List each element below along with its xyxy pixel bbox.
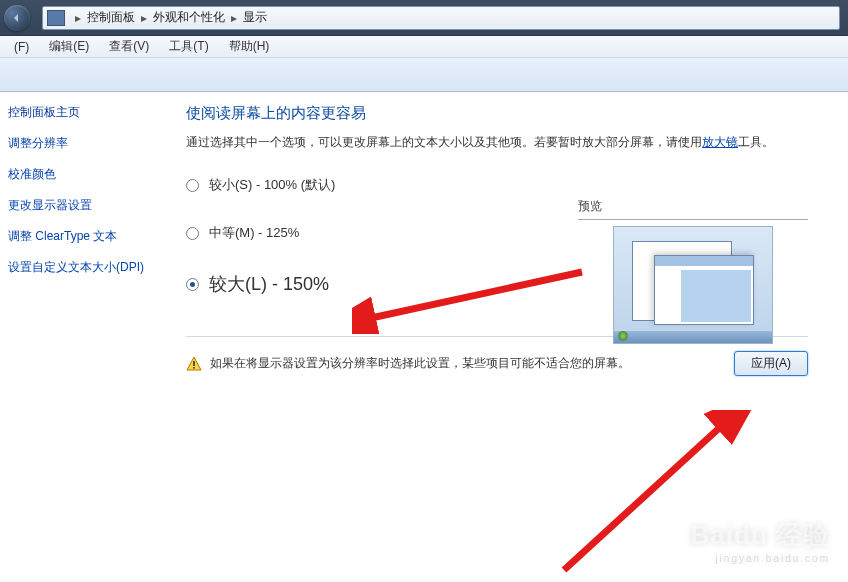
breadcrumb-item[interactable]: 外观和个性化 [153, 9, 225, 26]
sidebar-home-link[interactable]: 控制面板主页 [8, 104, 160, 121]
warning-text: 如果在将显示器设置为该分辨率时选择此设置，某些项目可能不适合您的屏幕。 [210, 355, 630, 372]
command-bar [0, 58, 848, 92]
svg-point-7 [817, 489, 827, 499]
watermark-brand: Baidu 经验 [691, 520, 830, 550]
svg-rect-2 [193, 367, 195, 369]
page-description: 通过选择其中一个选项，可以更改屏幕上的文本大小以及其他项。若要暂时放大部分屏幕，… [186, 133, 808, 152]
sidebar-link-calibrate[interactable]: 校准颜色 [8, 166, 160, 183]
menu-file[interactable]: (F) [4, 40, 39, 54]
radio-label: 中等(M) - 125% [209, 224, 299, 242]
sidebar-link-cleartype[interactable]: 调整 ClearType 文本 [8, 228, 160, 245]
preview-group: 预览 [578, 198, 808, 344]
watermark: Baidu 经验 jingyan.baidu.com [691, 518, 830, 564]
warning-row: 如果在将显示器设置为该分辨率时选择此设置，某些项目可能不适合您的屏幕。 应用(A… [186, 351, 808, 376]
menu-view[interactable]: 查看(V) [99, 38, 159, 55]
warning-icon [186, 356, 202, 372]
control-panel-icon [47, 10, 65, 26]
chevron-right-icon: ▸ [225, 11, 243, 25]
breadcrumb-item[interactable]: 显示 [243, 9, 267, 26]
radio-label: 较大(L) - 150% [209, 272, 329, 296]
apply-button[interactable]: 应用(A) [734, 351, 808, 376]
breadcrumb-item[interactable]: 控制面板 [87, 9, 135, 26]
radio-option-small[interactable]: 较小(S) - 100% (默认) [186, 176, 808, 194]
content-area: 控制面板主页 调整分辨率 校准颜色 更改显示器设置 调整 ClearType 文… [0, 92, 848, 582]
radio-icon [186, 227, 199, 240]
sidebar-link-resolution[interactable]: 调整分辨率 [8, 135, 160, 152]
menu-bar: (F) 编辑(E) 查看(V) 工具(T) 帮助(H) [0, 36, 848, 58]
svg-point-8 [796, 496, 820, 516]
desc-text-pre: 通过选择其中一个选项，可以更改屏幕上的文本大小以及其他项。若要暂时放大部分屏幕，… [186, 135, 702, 149]
nav-back-button[interactable] [4, 5, 30, 31]
breadcrumb[interactable]: ▸ 控制面板 ▸ 外观和个性化 ▸ 显示 [42, 6, 840, 30]
radio-label: 较小(S) - 100% (默认) [209, 176, 335, 194]
svg-point-5 [793, 483, 803, 493]
svg-point-6 [807, 479, 817, 489]
watermark-paw-icon [786, 476, 830, 520]
page-title: 使阅读屏幕上的内容更容易 [186, 104, 808, 123]
main-panel: 使阅读屏幕上的内容更容易 通过选择其中一个选项，可以更改屏幕上的文本大小以及其他… [172, 92, 848, 582]
desc-text-post: 工具。 [738, 135, 774, 149]
chevron-right-icon: ▸ [69, 11, 87, 25]
group-divider [578, 219, 808, 220]
sidebar-link-custom-dpi[interactable]: 设置自定义文本大小(DPI) [8, 259, 160, 276]
sidebar: 控制面板主页 调整分辨率 校准颜色 更改显示器设置 调整 ClearType 文… [0, 92, 172, 582]
chevron-right-icon: ▸ [135, 11, 153, 25]
preview-thumbnail [613, 226, 773, 344]
radio-icon [186, 179, 199, 192]
radio-icon [186, 278, 199, 291]
preview-label: 预览 [578, 198, 808, 215]
sidebar-link-display-settings[interactable]: 更改显示器设置 [8, 197, 160, 214]
svg-rect-1 [193, 361, 195, 366]
magnifier-link[interactable]: 放大镜 [702, 135, 738, 149]
menu-edit[interactable]: 编辑(E) [39, 38, 99, 55]
menu-help[interactable]: 帮助(H) [219, 38, 280, 55]
address-bar: ▸ 控制面板 ▸ 外观和个性化 ▸ 显示 [0, 0, 848, 36]
menu-tools[interactable]: 工具(T) [159, 38, 218, 55]
watermark-url: jingyan.baidu.com [691, 553, 830, 564]
